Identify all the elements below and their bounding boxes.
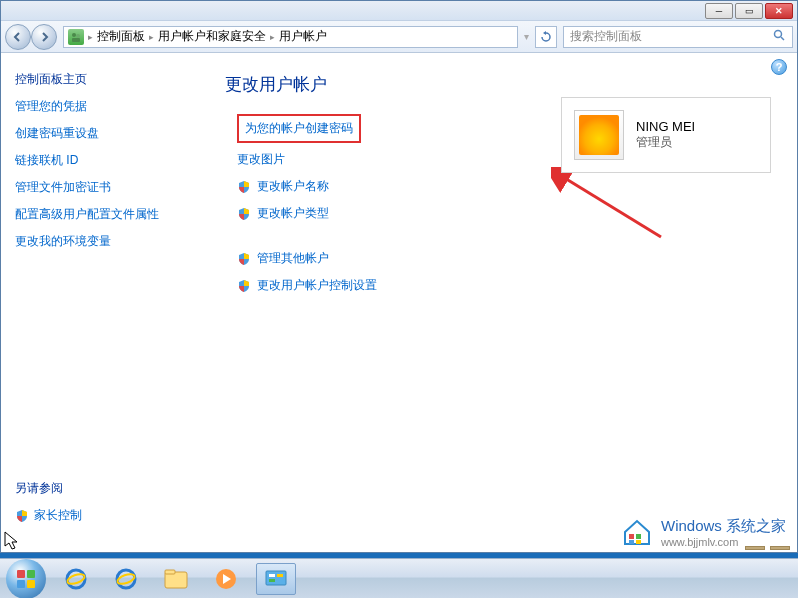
svg-rect-24: [269, 579, 275, 582]
breadcrumb-dropdown[interactable]: ▾: [524, 31, 529, 42]
breadcrumb-item[interactable]: 控制面板: [97, 28, 145, 45]
svg-rect-11: [27, 570, 35, 578]
close-button[interactable]: ✕: [765, 3, 793, 19]
account-card: NING MEI 管理员: [561, 97, 771, 173]
sidebar: 控制面板主页 管理您的凭据 创建密码重设盘 链接联机 ID 管理文件加密证书 配…: [1, 53, 201, 552]
see-also-title: 另请参阅: [15, 480, 187, 497]
svg-rect-19: [165, 570, 175, 574]
action-create-password[interactable]: 为您的帐户创建密码: [245, 120, 353, 137]
svg-rect-6: [629, 534, 634, 539]
page-title: 更改用户帐户: [225, 73, 773, 96]
sidebar-link-online-id[interactable]: 链接联机 ID: [15, 152, 187, 169]
watermark-sub: www.bjjmlv.com: [661, 536, 786, 548]
breadcrumb-item[interactable]: 用户帐户: [279, 28, 327, 45]
svg-rect-13: [27, 580, 35, 588]
avatar: [574, 110, 624, 160]
account-name: NING MEI: [636, 119, 695, 134]
svg-rect-10: [17, 570, 25, 578]
highlighted-action: 为您的帐户创建密码: [237, 114, 361, 143]
search-placeholder: 搜索控制面板: [570, 28, 642, 45]
action-change-name[interactable]: 更改帐户名称: [237, 178, 773, 195]
sidebar-link-encryption-cert[interactable]: 管理文件加密证书: [15, 179, 187, 196]
svg-point-0: [72, 33, 76, 37]
taskbar-ie-icon-2[interactable]: [106, 563, 146, 595]
refresh-button[interactable]: [535, 26, 557, 48]
watermark: Windows 系统之家 www.bjjmlv.com: [621, 516, 786, 548]
main-content: 更改用户帐户 为您的帐户创建密码 更改图片 更改帐户名称 更改帐户类型: [201, 53, 797, 552]
sidebar-link-credentials[interactable]: 管理您的凭据: [15, 98, 187, 115]
svg-line-4: [781, 37, 784, 40]
taskbar-ie-icon[interactable]: [56, 563, 96, 595]
shield-icon: [15, 509, 29, 523]
start-button[interactable]: [6, 559, 46, 599]
breadcrumb-item[interactable]: 用户帐户和家庭安全: [158, 28, 266, 45]
maximize-button[interactable]: ▭: [735, 3, 763, 19]
sidebar-link-password-disk[interactable]: 创建密码重设盘: [15, 125, 187, 142]
svg-rect-12: [17, 580, 25, 588]
shield-icon: [237, 180, 251, 194]
sidebar-link-env-vars[interactable]: 更改我的环境变量: [15, 233, 187, 250]
svg-point-3: [775, 30, 782, 37]
minimize-button[interactable]: ─: [705, 3, 733, 19]
shield-icon: [237, 279, 251, 293]
user-accounts-icon: [68, 29, 84, 45]
svg-point-1: [76, 34, 80, 38]
taskbar-media-icon[interactable]: [206, 563, 246, 595]
svg-rect-7: [636, 534, 641, 539]
sidebar-link-advanced-profile[interactable]: 配置高级用户配置文件属性: [15, 206, 187, 223]
action-manage-other[interactable]: 管理其他帐户: [237, 250, 773, 267]
shield-icon: [237, 252, 251, 266]
account-role: 管理员: [636, 134, 695, 151]
navigation-bar: ▸ 控制面板 ▸ 用户帐户和家庭安全 ▸ 用户帐户 ▾ 搜索控制面板: [1, 21, 797, 53]
taskbar-control-panel-icon[interactable]: [256, 563, 296, 595]
back-button[interactable]: [5, 24, 31, 50]
svg-rect-2: [72, 38, 80, 42]
window-titlebar: ─ ▭ ✕: [1, 1, 797, 21]
watermark-title: Windows 系统之家: [661, 517, 786, 536]
svg-rect-8: [629, 540, 634, 544]
search-icon: [773, 29, 786, 45]
svg-rect-21: [266, 571, 286, 585]
house-icon: [621, 516, 653, 548]
taskbar-explorer-icon[interactable]: [156, 563, 196, 595]
action-change-uac[interactable]: 更改用户帐户控制设置: [237, 277, 773, 294]
svg-rect-23: [277, 574, 283, 577]
action-change-type[interactable]: 更改帐户类型: [237, 205, 773, 222]
search-input[interactable]: 搜索控制面板: [563, 26, 793, 48]
taskbar: [0, 558, 798, 598]
svg-rect-22: [269, 574, 275, 577]
svg-rect-9: [636, 540, 641, 544]
shield-icon: [237, 207, 251, 221]
forward-button[interactable]: [31, 24, 57, 50]
sidebar-link-parental-control[interactable]: 家长控制: [15, 507, 187, 524]
sidebar-home-link[interactable]: 控制面板主页: [15, 71, 187, 88]
breadcrumb[interactable]: ▸ 控制面板 ▸ 用户帐户和家庭安全 ▸ 用户帐户: [63, 26, 518, 48]
